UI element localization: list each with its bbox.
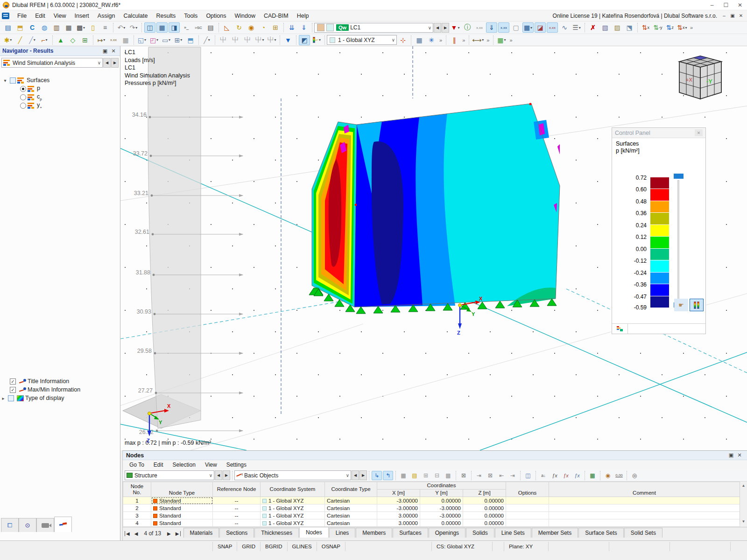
color-scale-options-button[interactable]	[690, 299, 704, 311]
load-case-prev-button[interactable]: ◀	[434, 23, 441, 33]
result-next-button[interactable]: ▶	[111, 58, 119, 68]
toolbar2-overflow-c[interactable]: »	[485, 37, 491, 43]
tab-solids[interactable]: Solids	[466, 528, 494, 538]
control-panel-tab-results[interactable]	[612, 324, 628, 334]
measure-tool-icon[interactable]: ⟷▾	[472, 35, 484, 45]
insert-support-icon[interactable]: ▲	[55, 35, 66, 45]
dimension-grid-icon[interactable]: ▦	[120, 35, 131, 45]
col-header-options[interactable]: Options	[506, 482, 549, 497]
cell-z[interactable]: 0.00000	[463, 519, 506, 527]
surfaces-checkbox[interactable]	[10, 77, 16, 84]
tab-lines[interactable]: Lines	[329, 528, 356, 538]
table-remove-icon[interactable]: ⊟	[432, 471, 442, 480]
cell-options[interactable]	[506, 519, 549, 527]
table-fill-icon[interactable]: ▩	[443, 471, 453, 480]
last-table-button[interactable]: ▶	[173, 531, 181, 536]
cube-face-x-label[interactable]: +X	[686, 77, 692, 83]
cell-options[interactable]	[506, 497, 549, 504]
menu-go-to[interactable]: Go To	[125, 462, 149, 468]
tab-thicknesses[interactable]: Thicknesses	[254, 528, 299, 538]
tab-solid-sets[interactable]: Solid Sets	[624, 528, 662, 538]
grid-snap-icon[interactable]: ✳	[426, 35, 437, 45]
building-gable-face[interactable]	[312, 122, 357, 307]
ghost-view-icon[interactable]: ▢	[510, 22, 521, 33]
cell-coordinate-type[interactable]: Cartesian	[325, 504, 377, 512]
radio-p[interactable]	[20, 86, 26, 92]
result-tool-4-icon[interactable]: ◔	[258, 22, 269, 33]
result-category-combo[interactable]: Wind Simulation Analysis ∨	[1, 58, 103, 68]
tab-members[interactable]: Members	[356, 528, 392, 538]
toolbar2-overflow-a[interactable]: »	[437, 37, 444, 43]
menu-view-table[interactable]: View	[200, 462, 222, 468]
load-generator-icon[interactable]: 屮▾	[266, 35, 277, 45]
clear-results-icon[interactable]: ✗	[587, 22, 599, 33]
col-header-coordinate-type[interactable]: Coordinate Type	[325, 482, 377, 497]
undo-icon[interactable]: ↶▾	[116, 22, 127, 33]
insert-hinge-icon[interactable]: ◇	[67, 35, 78, 45]
export-excel-icon[interactable]: ▦	[587, 471, 598, 480]
combo-arrow-icon[interactable]: ∨	[206, 473, 212, 478]
menu-help[interactable]: Help	[293, 10, 313, 21]
menu-settings[interactable]: Settings	[222, 462, 251, 468]
filter-results-icon[interactable]: ▼▾	[450, 22, 461, 33]
glines-toggle[interactable]: GLINES	[288, 542, 317, 551]
tab-surfaces[interactable]: Surfaces	[393, 528, 428, 538]
toolbar2-overflow-d[interactable]: »	[507, 37, 514, 43]
menu-file[interactable]: File	[13, 10, 31, 21]
cell-z[interactable]: 0.00000	[463, 497, 506, 504]
cs-combo-arrow-icon[interactable]: ∨	[389, 37, 395, 42]
minimize-button[interactable]: –	[705, 0, 719, 10]
tab-surface-sets[interactable]: Surface Sets	[578, 528, 624, 538]
cell-options[interactable]	[506, 504, 549, 512]
cell-coordinate-type[interactable]: Cartesian	[325, 519, 377, 527]
menu-window[interactable]: Window	[230, 10, 259, 21]
insert-polyline-icon[interactable]: ⌐▾	[39, 35, 50, 45]
redo-icon[interactable]: ↷▾	[128, 22, 139, 33]
prev-table-button[interactable]: ◀	[132, 531, 141, 536]
mirror-x-icon[interactable]: ⇅x	[640, 22, 651, 33]
visibility-box-icon[interactable]: ▧	[599, 22, 611, 33]
combo-arrow-icon[interactable]: ∨	[343, 473, 349, 478]
move-left-icon[interactable]: ⇤	[496, 471, 507, 480]
load-case-next-button[interactable]: ▶	[442, 23, 449, 33]
cell-y[interactable]: 0.00000	[420, 497, 463, 504]
table-view-icon[interactable]: ▤	[205, 22, 216, 33]
cell-options[interactable]	[506, 512, 549, 519]
group-next-button[interactable]: ▶	[359, 470, 367, 480]
formula-icon[interactable]: ƒx	[550, 471, 560, 480]
result-table-icon[interactable]: ☰▾	[571, 22, 582, 33]
cell-reference-node[interactable]: --	[213, 504, 261, 512]
panel-settings-button[interactable]: ☛	[674, 299, 688, 311]
insert-opening-icon[interactable]: ▭▾	[161, 35, 172, 45]
tab-sections[interactable]: Sections	[219, 528, 254, 538]
formula-delete-icon[interactable]: ƒx	[561, 471, 571, 480]
cube-face-y-label[interactable]: -Y	[706, 78, 712, 85]
cell-node-type[interactable]: Standard	[151, 519, 213, 527]
navigator-close-icon[interactable]: ✕	[109, 48, 118, 54]
row-delete-icon[interactable]: ⊠	[485, 471, 495, 480]
mdi-minimize-button[interactable]: –	[720, 12, 728, 20]
toolbar2-overflow-b[interactable]: »	[460, 37, 467, 43]
result-grid-icon[interactable]: ▦▾	[522, 22, 534, 33]
scale-slider-track[interactable]	[677, 180, 679, 302]
cell-coordinate-system[interactable]: 1 - Global XYZ	[261, 497, 325, 504]
cell-x[interactable]: -3.00000	[377, 497, 420, 504]
panels-toggle-icon[interactable]: ◨	[169, 22, 180, 33]
tab-line-sets[interactable]: Line Sets	[495, 528, 531, 538]
tab-materials[interactable]: Materials	[183, 528, 219, 538]
section-lines-icon[interactable]: ∥	[449, 35, 460, 45]
cell-y[interactable]: -3.00000	[420, 504, 463, 512]
section-edit-icon[interactable]: ╱▾	[201, 35, 212, 45]
printout-report-icon[interactable]: ≡	[99, 22, 111, 33]
cell-coordinate-system[interactable]: 1 - Global XYZ	[261, 512, 325, 519]
mirror-z-icon[interactable]: ⇅z	[664, 22, 676, 33]
scale-slider-handle-top[interactable]	[674, 174, 684, 179]
navigation-cube[interactable]: +X -Y	[679, 56, 721, 99]
cell-coordinate-system[interactable]: 1 - Global XYZ	[261, 519, 325, 527]
cell-x[interactable]: 3.00000	[377, 519, 420, 527]
new-printout-report-icon[interactable]: ▯	[87, 22, 99, 33]
console-icon[interactable]: »_	[181, 22, 192, 33]
radio-yplus[interactable]	[20, 103, 26, 109]
building-pressure-contours[interactable]	[312, 103, 560, 307]
save-icon[interactable]: ▦	[63, 22, 74, 33]
